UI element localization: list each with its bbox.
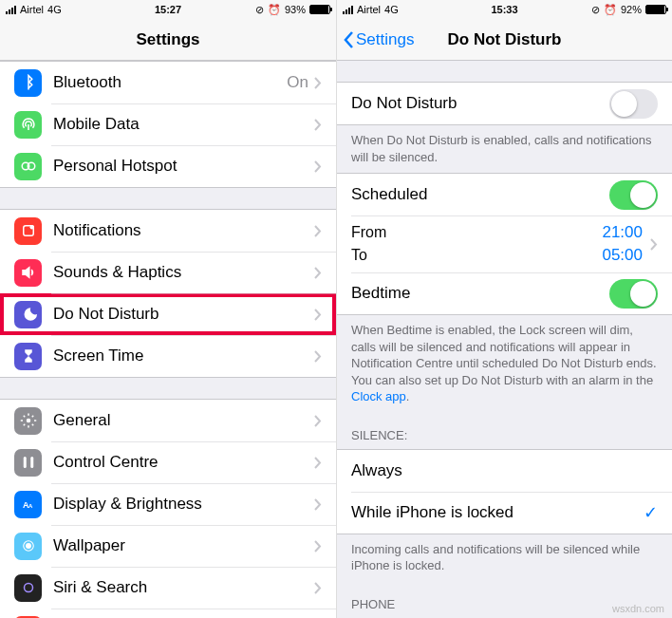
speaker-icon xyxy=(14,259,42,287)
svg-point-11 xyxy=(24,584,32,592)
dnd-content[interactable]: Do Not Disturb When Do Not Disturb is en… xyxy=(337,61,672,618)
row-value: On xyxy=(287,73,308,92)
chevron-right-icon xyxy=(314,457,322,469)
row-label: Scheduled xyxy=(351,185,609,204)
svg-rect-5 xyxy=(23,457,26,468)
chevron-right-icon xyxy=(314,498,322,511)
row-display[interactable]: AA Display & Brightness xyxy=(0,483,336,525)
alarm-icon: ⏰ xyxy=(604,4,617,16)
row-bluetooth[interactable]: Bluetooth On xyxy=(0,62,336,103)
chevron-right-icon xyxy=(650,238,658,251)
row-siri[interactable]: Siri & Search xyxy=(0,567,336,609)
row-label: Wallpaper xyxy=(53,536,314,555)
row-wallpaper[interactable]: Wallpaper xyxy=(0,525,336,567)
network-label: 4G xyxy=(384,4,399,15)
to-label: To xyxy=(351,247,367,264)
navbar: Settings xyxy=(0,19,336,61)
section-footer: Incoming calls and notifications will be… xyxy=(337,534,672,582)
battery-pct: 92% xyxy=(621,4,642,15)
network-label: 4G xyxy=(47,4,62,15)
svg-point-3 xyxy=(29,225,34,230)
row-label: Display & Brightness xyxy=(53,495,314,514)
row-label: Sounds & Haptics xyxy=(53,263,314,282)
row-label: Screen Time xyxy=(53,346,314,365)
moon-icon xyxy=(14,301,42,328)
chevron-right-icon xyxy=(314,160,322,173)
from-value: 21:00 xyxy=(602,223,643,242)
page-title: Do Not Disturb xyxy=(448,30,562,49)
row-general[interactable]: General xyxy=(0,400,336,441)
battery-pct: 93% xyxy=(285,4,306,15)
toggle-switch[interactable] xyxy=(609,180,658,210)
chevron-right-icon xyxy=(314,225,322,237)
svg-point-4 xyxy=(26,419,30,423)
row-label: Bedtime xyxy=(351,284,609,303)
carrier-label: Airtel xyxy=(357,4,381,15)
row-sounds[interactable]: Sounds & Haptics xyxy=(0,252,336,293)
chevron-right-icon xyxy=(314,309,322,321)
carrier-label: Airtel xyxy=(20,4,44,15)
row-label: Control Centre xyxy=(53,453,314,472)
chevron-right-icon xyxy=(314,540,322,552)
row-dnd-toggle[interactable]: Do Not Disturb xyxy=(337,83,672,124)
status-bar: Airtel 4G 15:33 ⊘ ⏰ 92% xyxy=(337,0,672,19)
checkmark-icon: ✓ xyxy=(644,502,658,523)
battery-icon xyxy=(309,5,330,14)
row-label: Always xyxy=(351,461,658,480)
row-silence-always[interactable]: Always xyxy=(337,450,672,492)
row-hotspot[interactable]: Personal Hotspot xyxy=(0,145,336,187)
battery-icon xyxy=(645,5,666,14)
signal-icon xyxy=(6,6,16,14)
chevron-right-icon xyxy=(314,119,322,131)
svg-point-9 xyxy=(26,543,31,549)
time-label: 15:27 xyxy=(155,4,181,15)
from-label: From xyxy=(351,224,386,241)
wallpaper-icon xyxy=(14,533,42,560)
settings-list[interactable]: Bluetooth On Mobile Data Personal Hotspo… xyxy=(0,61,336,618)
chevron-right-icon xyxy=(314,267,322,279)
svg-rect-6 xyxy=(30,457,33,468)
row-bedtime[interactable]: Bedtime xyxy=(337,272,672,314)
sliders-icon xyxy=(14,449,42,477)
row-mobile-data[interactable]: Mobile Data xyxy=(0,103,336,145)
row-screen-time[interactable]: Screen Time xyxy=(0,335,336,377)
row-label: Personal Hotspot xyxy=(53,157,314,176)
hourglass-icon xyxy=(14,343,42,370)
text-size-icon: AA xyxy=(14,491,42,518)
row-touchid[interactable]: Touch ID & Passcode xyxy=(0,609,336,618)
row-notifications[interactable]: Notifications xyxy=(0,210,336,252)
row-label: General xyxy=(53,411,314,430)
row-label: Mobile Data xyxy=(53,115,314,134)
row-scheduled[interactable]: Scheduled xyxy=(337,174,672,215)
section-footer: When Do Not Disturb is enabled, calls an… xyxy=(337,125,672,173)
row-label: Do Not Disturb xyxy=(351,94,609,113)
gear-icon xyxy=(14,407,42,435)
notifications-icon xyxy=(14,217,42,245)
row-control-centre[interactable]: Control Centre xyxy=(0,441,336,483)
back-label: Settings xyxy=(356,30,414,49)
alarm-icon: ⊘ xyxy=(591,4,600,16)
toggle-switch[interactable] xyxy=(609,89,658,119)
section-footer: When Bedtime is enabled, the Lock screen… xyxy=(337,315,672,413)
row-label: While iPhone is locked xyxy=(351,503,644,522)
chevron-right-icon xyxy=(314,350,322,363)
toggle-switch[interactable] xyxy=(609,279,658,309)
to-value: 05:00 xyxy=(602,246,643,265)
siri-icon xyxy=(14,574,42,602)
row-label: Notifications xyxy=(53,221,314,240)
back-button[interactable]: Settings xyxy=(343,30,414,49)
row-do-not-disturb[interactable]: Do Not Disturb xyxy=(0,293,336,335)
alarm-icon: ⏰ xyxy=(268,4,281,16)
time-label: 15:33 xyxy=(491,4,517,15)
svg-text:A: A xyxy=(28,503,33,509)
row-schedule-times[interactable]: From21:00 To05:00 xyxy=(337,215,672,272)
chevron-left-icon xyxy=(343,30,354,49)
bluetooth-icon xyxy=(14,69,42,97)
navbar: Settings Do Not Disturb xyxy=(337,19,672,61)
clock-app-link[interactable]: Clock app xyxy=(351,389,406,403)
dnd-screen: Airtel 4G 15:33 ⊘ ⏰ 92% Settings Do Not … xyxy=(336,0,672,618)
signal-icon xyxy=(343,6,353,14)
row-label: Siri & Search xyxy=(53,578,314,597)
row-silence-locked[interactable]: While iPhone is locked ✓ xyxy=(337,492,672,534)
alarm-icon: ⊘ xyxy=(255,4,264,16)
